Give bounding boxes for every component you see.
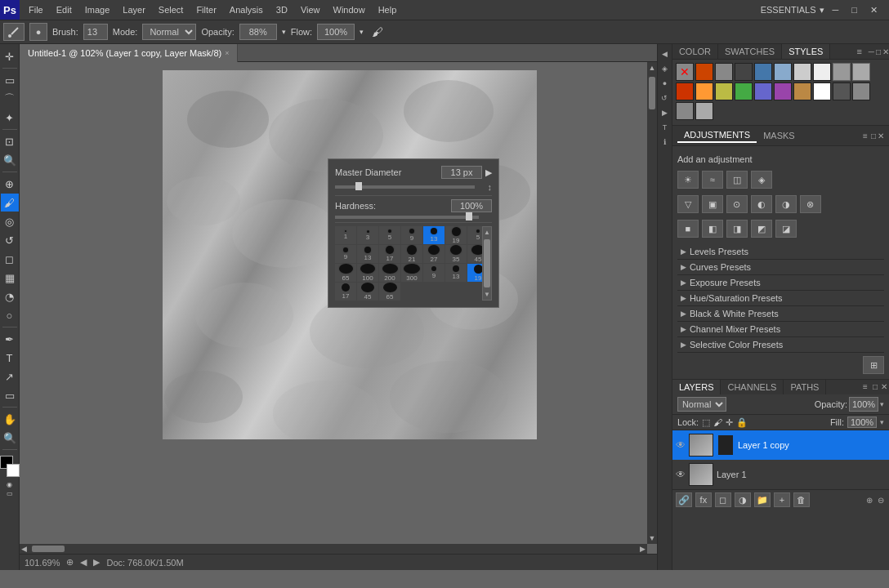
move-tool[interactable]: ✛ (1, 47, 19, 65)
layer-row-1[interactable]: 👁 Layer 1 (672, 460, 889, 489)
panel-expand-btn[interactable]: □ (876, 47, 881, 56)
brush-cell-19[interactable]: 13 (445, 264, 467, 282)
channels-tab[interactable]: CHANNELS (721, 380, 784, 394)
actions-mini[interactable]: ▶ (658, 106, 671, 119)
panel-collapse-btn[interactable]: ◀ (658, 47, 671, 60)
selective-color-presets[interactable]: ▶ Selective Color Presets (677, 337, 884, 353)
swatch-9[interactable] (852, 63, 870, 81)
brush-cell-4[interactable]: 13 (423, 226, 444, 244)
gradient-tool[interactable]: ▦ (1, 269, 19, 287)
horizontal-scrollbar[interactable]: ◀ ▶ (20, 544, 647, 554)
bw-presets[interactable]: ▶ Black & White Presets (677, 306, 884, 322)
active-tab[interactable]: Untitled-1 @ 102% (Layer 1 copy, Layer M… (20, 44, 238, 62)
blur-tool[interactable]: ◔ (1, 287, 19, 305)
menu-analysis[interactable]: Analysis (224, 3, 269, 16)
history-brush[interactable]: ↺ (1, 231, 19, 249)
hardness-input[interactable] (451, 199, 492, 212)
swatch-16[interactable] (793, 82, 811, 100)
layer-visibility-1[interactable]: 👁 (676, 469, 686, 480)
brush-scrollbar[interactable]: ▲ ▼ (482, 226, 492, 301)
vertical-scrollbar[interactable]: ▲ ▼ (647, 62, 657, 544)
swatch-21[interactable] (695, 102, 713, 120)
swatch-7[interactable] (813, 63, 831, 81)
clone-tool[interactable]: ◎ (1, 212, 19, 230)
adj-menu-btn[interactable]: ≡ (863, 131, 868, 140)
brush-cell-12[interactable]: 35 (445, 245, 467, 263)
brush-cell-17[interactable]: 300 (401, 264, 422, 282)
zoom-tool[interactable]: 🔍 (1, 429, 19, 447)
posterize-btn[interactable]: ◧ (702, 220, 723, 238)
swatches-tab[interactable]: SWATCHES (718, 44, 782, 59)
workspace-dropdown-icon[interactable]: ▾ (820, 5, 824, 16)
adj-close-btn[interactable]: ✕ (878, 131, 884, 140)
lock-position-btn[interactable]: ✛ (726, 417, 733, 428)
swatch-18[interactable] (833, 82, 851, 100)
window-minimize[interactable]: ─ (828, 3, 844, 16)
quick-mask-btn[interactable]: ◉ (7, 481, 12, 488)
diameter-thumb[interactable] (355, 182, 362, 190)
link-layers-btn[interactable]: 🔗 (676, 492, 692, 507)
opacity-value[interactable] (849, 397, 878, 412)
scroll-left-btn[interactable]: ◀ (20, 545, 29, 553)
blend-mode-select[interactable]: Normal (677, 397, 726, 412)
levels-btn[interactable]: ≈ (702, 171, 723, 189)
brush-cell-16[interactable]: 200 (379, 264, 400, 282)
swatch-11[interactable] (695, 82, 713, 100)
brush-cell-22[interactable]: 45 (357, 283, 378, 301)
brush-cell-7[interactable]: 9 (335, 245, 356, 263)
brush-cell-9[interactable]: 17 (379, 245, 400, 263)
hand-tool[interactable]: ✋ (1, 410, 19, 428)
swatch-8[interactable] (833, 63, 851, 81)
hue-sat-btn[interactable]: ▣ (702, 195, 723, 213)
brush-cell-15[interactable]: 100 (357, 264, 378, 282)
brush-cell-3[interactable]: 9 (401, 226, 422, 244)
brush-cell-18[interactable]: 9 (423, 264, 444, 282)
paths-tab[interactable]: PATHS (784, 380, 826, 394)
menu-help[interactable]: Help (373, 3, 403, 16)
marquee-tool[interactable]: ▭ (1, 71, 19, 89)
lasso-tool[interactable]: ⌒ (1, 90, 19, 108)
menu-window[interactable]: Window (328, 3, 371, 16)
hardness-slider-track[interactable] (335, 216, 479, 219)
layer-visibility-1-copy[interactable]: 👁 (676, 439, 686, 451)
brush-cell-10[interactable]: 21 (401, 245, 422, 263)
swatch-4[interactable] (754, 63, 772, 81)
masks-tab[interactable]: MASKS (757, 129, 802, 142)
menu-3d[interactable]: 3D (270, 3, 293, 16)
swatch-17[interactable] (813, 82, 831, 100)
tool-presets-mini[interactable]: T (658, 121, 671, 134)
scroll-down-btn[interactable]: ▼ (482, 289, 492, 300)
exposure-presets[interactable]: ▶ Exposure Presets (677, 275, 884, 291)
shape-tool[interactable]: ▭ (1, 386, 19, 404)
swatch-14[interactable] (754, 82, 772, 100)
lock-all-btn[interactable]: 🔒 (736, 417, 748, 428)
lock-transparent-btn[interactable]: ⬚ (702, 417, 710, 428)
swatch-12[interactable] (715, 82, 733, 100)
flow-arrow[interactable]: ▾ (360, 28, 364, 36)
airbrush-icon[interactable]: 🖌 (372, 25, 383, 38)
hardness-thumb[interactable] (466, 212, 472, 220)
lock-image-btn[interactable]: 🖌 (713, 417, 722, 427)
panel-menu-btn[interactable]: ≡ (851, 44, 866, 59)
layers-tab[interactable]: LAYERS (672, 380, 721, 394)
swatch-none[interactable]: ✕ (676, 63, 694, 81)
brush-cell-0[interactable]: 1 (335, 226, 356, 244)
fill-stepper[interactable]: ▾ (880, 418, 884, 426)
pen-tool[interactable]: ✒ (1, 330, 19, 348)
scroll-right-btn[interactable]: ▶ (638, 545, 647, 553)
crop-tool[interactable]: ⊡ (1, 132, 19, 150)
swatch-10[interactable] (676, 82, 694, 100)
layers-expand-btn[interactable]: □ (871, 380, 879, 394)
opacity-arrow[interactable]: ▾ (282, 28, 286, 36)
text-tool[interactable]: T (1, 349, 19, 367)
brush-cell-2[interactable]: 5 (379, 226, 400, 244)
brush-cell-11[interactable]: 27 (423, 245, 444, 263)
fg-bg-colors[interactable] (0, 456, 20, 477)
scroll-thumb[interactable] (484, 239, 490, 287)
panel-close-btn[interactable]: ✕ (882, 47, 889, 56)
curves-presets[interactable]: ▶ Curves Presets (677, 260, 884, 275)
vibrance-btn[interactable]: ▽ (677, 195, 699, 213)
layers-menu-btn[interactable]: ≡ (860, 380, 871, 394)
scroll-top-btn[interactable]: ▲ (649, 62, 656, 74)
brush-cell-14[interactable]: 65 (335, 264, 356, 282)
